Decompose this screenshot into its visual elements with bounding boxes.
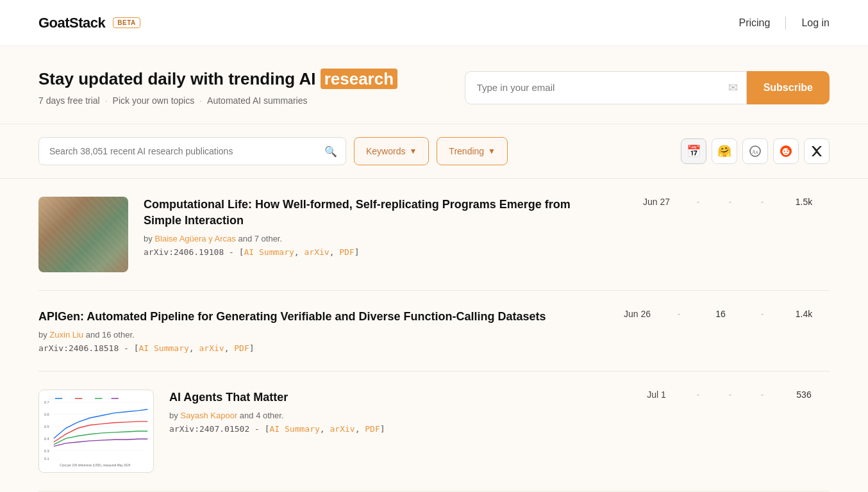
svg-text:0.3: 0.3 (44, 449, 49, 453)
stat-dash-2: - (714, 197, 746, 207)
dot1: · (105, 95, 108, 106)
paper-count: 1.4k (778, 309, 830, 319)
ai-summary-link[interactable]: AI Summary (270, 424, 320, 434)
table-row: Computational Life: How Well-formed, Sel… (38, 179, 830, 291)
paper-info: APIGen: Automated Pipeline for Generatin… (38, 309, 596, 353)
svg-point-4 (784, 151, 785, 152)
pdf-link[interactable]: PDF (339, 247, 354, 257)
paper-title: APIGen: Automated Pipeline for Generatin… (38, 309, 596, 325)
email-input[interactable] (465, 71, 747, 104)
arxiv-link[interactable]: arXiv (199, 343, 224, 353)
author-link[interactable]: Zuxin Liu (49, 330, 83, 340)
table-row: 0.7 0.6 0.5 0.4 0.3 0.1 (38, 372, 830, 491)
paper-title-link[interactable]: Computational Life: How Well-formed, Sel… (144, 198, 571, 227)
filter-bar: 🔍 Keywords ▼ Trending ▼ 📅 🤗 Ax (0, 124, 868, 179)
paper-count: 1.5k (778, 197, 830, 207)
stat-dash-1: - (663, 309, 695, 319)
paper-authors: by Blaise Agüera y Arcas and 7 other. (144, 234, 596, 243)
svg-point-5 (787, 151, 789, 152)
arxiv-link[interactable]: arXiv (304, 247, 329, 257)
svg-text:0.5: 0.5 (44, 425, 49, 429)
paper-title-link[interactable]: APIGen: Automated Pipeline for Generatin… (38, 310, 546, 323)
hero-subtitle: 7 days free trial · Pick your own topics… (38, 95, 397, 106)
keywords-label: Keywords (366, 146, 405, 156)
paper-links: arXiv:2406.18518 - [AI Summary, arXiv, P… (38, 343, 596, 353)
huggingface-icon-btn[interactable]: 🤗 (712, 138, 737, 164)
paper-stats: Jun 27 - - - 1.5k (612, 197, 830, 207)
paper-links: arXiv:2407.01502 - [AI Summary, arXiv, P… (169, 424, 596, 434)
pricing-link[interactable]: Pricing (739, 17, 771, 29)
summaries-text: Automated AI summaries (207, 95, 307, 106)
stat-dash-2: - (746, 309, 778, 319)
paper-authors: by Zuxin Liu and 16 other. (38, 330, 596, 340)
keywords-filter[interactable]: Keywords ▼ (354, 137, 429, 165)
arxiv-link[interactable]: arXiv (330, 424, 355, 434)
source-icons: 📅 🤗 Ax (681, 138, 830, 164)
topics-text: Pick your own topics (113, 95, 195, 106)
ai-summary-link[interactable]: AI Summary (244, 247, 294, 257)
stat-dash-2: - (714, 390, 746, 400)
search-input[interactable] (38, 137, 346, 165)
pdf-link[interactable]: PDF (234, 343, 249, 353)
paper-thumbnail (38, 197, 128, 272)
hero-left: Stay updated daily with trending AI rese… (38, 69, 397, 106)
navbar-right: Pricing Log in (739, 17, 830, 29)
search-wrapper: 🔍 (38, 137, 346, 165)
ai-summary-link[interactable]: AI Summary (139, 343, 189, 353)
subscribe-button[interactable]: Subscribe (747, 71, 830, 104)
paper-info: AI Agents That Matter by Sayash Kapoor a… (169, 390, 596, 434)
svg-line-7 (787, 149, 789, 150)
author-link[interactable]: Sayash Kapoor (180, 411, 237, 420)
stat-dash-1: - (682, 197, 714, 207)
paper-links: arXiv:2406.19108 - [AI Summary, arXiv, P… (144, 247, 596, 257)
paper-title-link[interactable]: AI Agents That Matter (169, 391, 288, 404)
stat-dash-1: - (682, 390, 714, 400)
nav-divider (785, 17, 786, 29)
search-icon: 🔍 (324, 145, 337, 158)
brand-name: GoatStack (38, 15, 105, 31)
svg-text:0.1: 0.1 (44, 457, 49, 461)
hero-right: ✉ Subscribe (465, 71, 830, 104)
stat-dash-3: - (746, 197, 778, 207)
paper-stats: Jul 1 - - - 536 (612, 390, 830, 400)
svg-text:0.7: 0.7 (44, 401, 49, 405)
trial-text: 7 days free trial (38, 95, 100, 106)
beta-badge: BETA (113, 17, 140, 28)
calendar-icon-btn[interactable]: 📅 (681, 138, 706, 164)
dot2: · (199, 95, 202, 106)
login-link[interactable]: Log in (801, 17, 830, 29)
stat-dash-3: - (746, 390, 778, 400)
paper-stats: Jun 26 - 16 - 1.4k (612, 309, 830, 319)
brand-area: GoatStack BETA (38, 15, 140, 31)
paper-count-mid: 16 (695, 309, 746, 319)
svg-text:Cost per 100 inferences (USD),: Cost per 100 inferences (USD), measured … (60, 464, 131, 467)
twitter-icon-btn[interactable] (804, 138, 830, 164)
paper-count: 536 (778, 390, 830, 400)
hero-title-highlight: research (321, 69, 397, 89)
navbar: GoatStack BETA Pricing Log in (0, 0, 868, 46)
svg-text:Ax: Ax (752, 149, 758, 155)
paper-thumbnail-chart: 0.7 0.6 0.5 0.4 0.3 0.1 (38, 390, 154, 473)
pdf-link[interactable]: PDF (365, 424, 380, 434)
hero-title-prefix: Stay updated daily with trending AI (38, 69, 321, 88)
papers-list: Computational Life: How Well-formed, Sel… (0, 179, 868, 491)
paper-authors: by Sayash Kapoor and 4 other. (169, 411, 596, 420)
paper-info: Computational Life: How Well-formed, Sel… (144, 197, 596, 257)
paper-date: Jul 1 (631, 390, 682, 400)
hero-title: Stay updated daily with trending AI rese… (38, 69, 397, 89)
arxiv-icon-btn[interactable]: Ax (742, 138, 768, 164)
keywords-chevron-icon: ▼ (409, 147, 417, 156)
reddit-icon-btn[interactable] (773, 138, 799, 164)
email-wrapper: ✉ (465, 71, 747, 104)
trending-label: Trending (449, 146, 484, 156)
paper-date: Jun 26 (612, 309, 663, 319)
paper-title: AI Agents That Matter (169, 390, 596, 406)
hero-section: Stay updated daily with trending AI rese… (0, 46, 868, 124)
trending-filter[interactable]: Trending ▼ (437, 137, 508, 165)
paper-title: Computational Life: How Well-formed, Sel… (144, 197, 596, 229)
email-icon: ✉ (728, 81, 738, 95)
author-link[interactable]: Blaise Agüera y Arcas (154, 234, 235, 243)
table-row: APIGen: Automated Pipeline for Generatin… (38, 291, 830, 372)
trending-chevron-icon: ▼ (488, 147, 496, 156)
svg-text:0.6: 0.6 (44, 413, 49, 417)
